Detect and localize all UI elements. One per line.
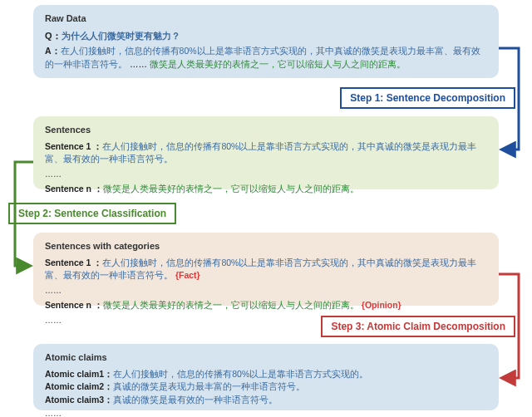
step-3-label: Step 3: Atomic Claim Decomposition [321, 316, 515, 337]
a-green: 微笑是人类最美好的表情之一，它可以缩短人与人之间的距离。 [150, 59, 406, 69]
claim-text: 真诚的微笑是最有效的一种非语言符号。 [113, 395, 278, 405]
sentences-title: Sentences [45, 123, 487, 137]
ellipsis: …… [45, 407, 487, 417]
raw-data-panel: Raw Data Q：为什么人们微笑时更有魅力？ A：在人们接触时，信息的传播有… [33, 5, 499, 78]
claim-label: Atomic claim3： [45, 395, 113, 405]
categories-panel: Sentences with categories Sentence 1 ：在人… [33, 233, 499, 306]
sentence-row: Sentence 1 ：在人们接触时，信息的传播有80%以上是靠非语言方式实现的… [45, 140, 487, 167]
claim-row: Atomic claim1：在人们接触时，信息的传播有80%以上是靠非语言方式实… [45, 368, 487, 381]
q-text: 为什么人们微笑时更有魅力？ [62, 31, 180, 41]
answer-line: A：在人们接触时，信息的传播有80%以上是靠非语言方式实现的，其中真诚的微笑是表… [45, 44, 487, 71]
sentence-label: Sentence n ： [45, 184, 103, 194]
claim-label: Atomic claim1： [45, 369, 113, 379]
raw-title: Raw Data [45, 12, 487, 26]
claim-text: 在人们接触时，信息的传播有80%以上是靠非语言方式实现的。 [113, 369, 368, 379]
claim-text: 真诚的微笑是表现力最丰富的一种非语言符号。 [113, 381, 305, 391]
ellipsis: …… [45, 286, 62, 295]
sentence-text: 在人们接触时，信息的传播有80%以上是靠非语言方式实现的，其中真诚的微笑是表现力… [45, 141, 476, 164]
step-1-label: Step 1: Sentence Decomposition [340, 87, 515, 109]
claim-list: Atomic claim1：在人们接触时，信息的传播有80%以上是靠非语言方式实… [45, 368, 487, 418]
category-row: Sentence n ：微笑是人类最美好的表情之一，它可以缩短人与人之间的距离。… [45, 299, 487, 312]
claims-title: Atomic claims [45, 351, 487, 365]
category-row: …… [45, 284, 487, 297]
q-prefix: Q： [45, 31, 62, 41]
ellipsis: …… [45, 169, 62, 179]
question-line: Q：为什么人们微笑时更有魅力？ [45, 29, 487, 43]
sentence-row: Sentence n ：微笑是人类最美好的表情之一，它可以缩短人与人之间的距离。 [45, 183, 487, 196]
sentences-panel: Sentences Sentence 1 ：在人们接触时，信息的传播有80%以上… [33, 116, 499, 189]
sentence-text: 微笑是人类最美好的表情之一，它可以缩短人与人之间的距离。 [103, 184, 359, 194]
claim-row: Atomic claim3：真诚的微笑是最有效的一种非语言符号。 [45, 394, 487, 407]
sentence-row: …… [45, 168, 487, 181]
sentence-text: 微笑是人类最美好的表情之一，它可以缩短人与人之间的距离。 [103, 300, 359, 310]
sentence-list: Sentence 1 ：在人们接触时，信息的传播有80%以上是靠非语言方式实现的… [45, 140, 487, 211]
ellipsis: …… [45, 316, 62, 325]
sentence-label: Sentence n ： [45, 300, 103, 310]
claim-row: Atomic claim2：真诚的微笑是表现力最丰富的一种非语言符号。 [45, 380, 487, 394]
step-2-label: Step 2: Sentence Classification [8, 203, 176, 224]
claims-panel: Atomic claims Atomic claim1：在人们接触时，信息的传播… [33, 344, 499, 410]
sentence-text: 在人们接触时，信息的传播有80%以上是靠非语言方式实现的，其中真诚的微笑是表现力… [45, 258, 476, 281]
sentence-label: Sentence 1 ： [45, 258, 102, 267]
categories-title: Sentences with categories [45, 239, 487, 253]
sentence-label: Sentence 1 ： [45, 141, 102, 151]
a-mid: …… [127, 59, 150, 69]
claim-label: Atomic claim2： [45, 381, 113, 391]
category-tag: {Fact} [175, 270, 200, 280]
category-row: Sentence 1 ：在人们接触时，信息的传播有80%以上是靠非语言方式实现的… [45, 257, 487, 283]
a-prefix: A： [45, 46, 61, 56]
category-tag: {Opinion} [362, 300, 401, 310]
